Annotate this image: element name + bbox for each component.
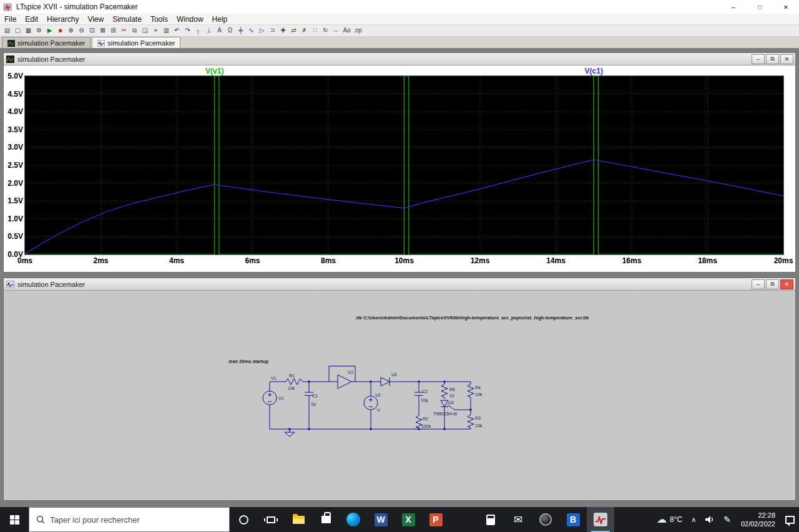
menu-view[interactable]: View <box>83 14 108 24</box>
taskbar-browser-button[interactable] <box>532 507 559 532</box>
taskbar-word-button[interactable]: W <box>367 507 395 532</box>
r2-name-label[interactable]: R2 <box>423 417 428 421</box>
schematic-minimize-button[interactable]: – <box>752 279 765 289</box>
schematic-close-button[interactable]: ✕ <box>780 279 793 289</box>
r4-name-label[interactable]: R4 <box>475 385 481 390</box>
app-titlebar[interactable]: LTspice XVII - simulation Pacemaker – □ … <box>0 0 799 14</box>
menu-tools[interactable]: Tools <box>146 14 172 24</box>
minimize-button[interactable]: – <box>720 0 747 14</box>
trace-label-vc1[interactable]: V(c1) <box>585 67 603 75</box>
taskbar-b-app-button[interactable]: B <box>559 507 587 532</box>
r3-name-label[interactable]: R3 <box>475 416 481 420</box>
maximize-button[interactable]: □ <box>747 0 773 14</box>
toolbar-zoom-in-button[interactable]: ⊕ <box>66 26 76 36</box>
taskbar-settings-button[interactable] <box>449 507 477 532</box>
toolbar-control-panel-button[interactable]: ⚙ <box>34 26 44 36</box>
c2-value-label[interactable]: 10µ <box>421 398 428 403</box>
toolbar-wire-button[interactable]: ┐ <box>193 26 203 36</box>
r5-name-label[interactable]: R5 <box>449 387 455 392</box>
taskbar-mail-button[interactable]: ✉ <box>504 507 532 532</box>
toolbar-drag-button[interactable]: ⇄ <box>288 26 299 36</box>
toolbar-open-button[interactable]: ▢ <box>12 26 23 36</box>
toolbar-zoom-area-button[interactable]: ⊡ <box>87 26 97 36</box>
tab-waveform[interactable]: simulation Pacemaker <box>2 37 91 49</box>
waveform-close-button[interactable]: ✕ <box>780 54 793 64</box>
toolbar-copy-button[interactable]: ⧉ <box>129 26 140 36</box>
u3-name-label[interactable]: U3 <box>448 400 454 405</box>
toolbar-move-button[interactable]: ✚ <box>278 26 288 36</box>
toolbar-mirror-button[interactable]: ⇔ <box>331 26 341 36</box>
toolbar-zoom-fit-button[interactable]: ⊠ <box>97 26 108 36</box>
schematic-restore-button[interactable]: ⧉ <box>766 279 779 289</box>
taskbar-cortana-button[interactable] <box>230 507 257 532</box>
toolbar-paste-button[interactable]: ◲ <box>140 26 150 36</box>
toolbar-diode-button[interactable]: ▷ <box>257 26 267 36</box>
taskbar-edge-button[interactable] <box>340 507 367 532</box>
toolbar-new-schematic-button[interactable]: ▤ <box>2 26 12 36</box>
toolbar-resistor-button[interactable]: Ω <box>225 26 235 36</box>
lib-directive-text[interactable]: .lib C:\Users\Admin\Documents\LTspiceXVI… <box>355 315 589 321</box>
taskbar-excel-button[interactable]: X <box>395 507 422 532</box>
toolbar-undo-button[interactable]: ↶ <box>172 26 182 36</box>
toolbar-grid-button[interactable]: ⊞ <box>108 26 119 36</box>
r1-name-label[interactable]: R1 <box>289 374 295 378</box>
toolbar-find-button[interactable]: ⌖ <box>150 26 161 36</box>
toolbar-capacitor-button[interactable]: ╪ <box>235 26 246 36</box>
u2-name-label[interactable]: U2 <box>391 372 397 377</box>
r2-value-label[interactable]: 100k <box>421 424 431 428</box>
toolbar-ground-button[interactable]: ⊥ <box>203 26 214 36</box>
waveform-restore-button[interactable]: ⧉ <box>766 54 779 64</box>
menu-simulate[interactable]: Simulate <box>108 14 146 24</box>
waveform-pane[interactable]: V(v1)V(c1) 5.0V4.5V4.0V3.5V3.0V2.5V2.0V1… <box>4 65 795 272</box>
menu-edit[interactable]: Edit <box>21 14 42 24</box>
v2-value-label[interactable]: V <box>377 408 380 412</box>
toolbar-duplicate-button[interactable]: ∷ <box>310 26 320 36</box>
toolbar-save-button[interactable]: ▦ <box>23 26 34 36</box>
close-button[interactable]: ✕ <box>773 0 799 14</box>
toolbar-label-net-button[interactable]: A <box>214 26 225 36</box>
toolbar-component-button[interactable]: ⊃ <box>267 26 278 36</box>
toolbar-halt-button[interactable]: ■ <box>55 26 66 36</box>
start-button[interactable] <box>0 507 29 532</box>
menu-file[interactable]: File <box>0 14 21 24</box>
weather-widget[interactable]: ☁ 8°C <box>652 507 687 532</box>
toolbar-text-button[interactable]: Aa <box>341 26 352 36</box>
toolbar-zoom-out-button[interactable]: ⊖ <box>76 26 87 36</box>
tab-schematic[interactable]: simulation Pacemaker <box>92 37 180 49</box>
c2-name-label[interactable]: C2 <box>422 389 428 394</box>
toolbar-cut-button[interactable]: ✂ <box>119 26 129 36</box>
schematic-window-titlebar[interactable]: simulation Pacemaker – ⧉ ✕ <box>4 278 795 291</box>
u1-name-label[interactable]: U1 <box>348 370 353 374</box>
toolbar-delete-button[interactable]: ✗ <box>299 26 310 36</box>
volume-button[interactable] <box>700 507 719 532</box>
v1-name-label[interactable]: V1 <box>278 396 284 400</box>
waveform-minimize-button[interactable]: – <box>752 54 765 64</box>
ink-workspace-button[interactable]: ✎ <box>719 507 735 532</box>
search-input[interactable] <box>50 515 222 525</box>
toolbar-spice-directive-button[interactable]: .op <box>352 26 363 36</box>
menu-hierarchy[interactable]: Hierarchy <box>42 14 83 24</box>
schematic-pane[interactable]: .lib C:\Users\Admin\Documents\LTspiceXVI… <box>4 291 795 500</box>
notification-center-button[interactable] <box>781 507 799 532</box>
taskbar-microsoft-store-button[interactable] <box>312 507 340 532</box>
v2-name-label[interactable]: V2 <box>375 393 381 397</box>
c1-name-label[interactable]: C1 <box>312 394 318 398</box>
tran-directive-text[interactable]: .tran 20ms startup <box>228 359 268 364</box>
u3-value-label[interactable]: TN5015H-6I <box>433 412 457 416</box>
toolbar-inductor-button[interactable]: ∿ <box>246 26 257 36</box>
r3-value-label[interactable]: 10k <box>475 423 483 428</box>
taskbar-clock[interactable]: 22:28 02/02/2022 <box>735 511 781 528</box>
net-label-v1[interactable]: V1 <box>271 376 277 380</box>
taskbar-ltspice-button[interactable] <box>587 507 614 532</box>
menu-help[interactable]: Help <box>208 14 232 24</box>
toolbar-print-button[interactable]: ▥ <box>161 26 172 36</box>
toolbar-rotate-button[interactable]: ↻ <box>320 26 331 36</box>
r5-value-label[interactable]: 10 <box>449 394 454 398</box>
toolbar-run-button[interactable]: ▶ <box>44 26 55 36</box>
waveform-window-titlebar[interactable]: simulation Pacemaker – ⧉ ✕ <box>4 53 795 65</box>
taskbar-file-explorer-button[interactable] <box>285 507 312 532</box>
taskbar-search[interactable] <box>29 507 230 532</box>
r4-value-label[interactable]: 10k <box>475 392 483 397</box>
taskbar-powerpoint-button[interactable]: P <box>422 507 449 532</box>
menu-window[interactable]: Window <box>172 14 208 24</box>
